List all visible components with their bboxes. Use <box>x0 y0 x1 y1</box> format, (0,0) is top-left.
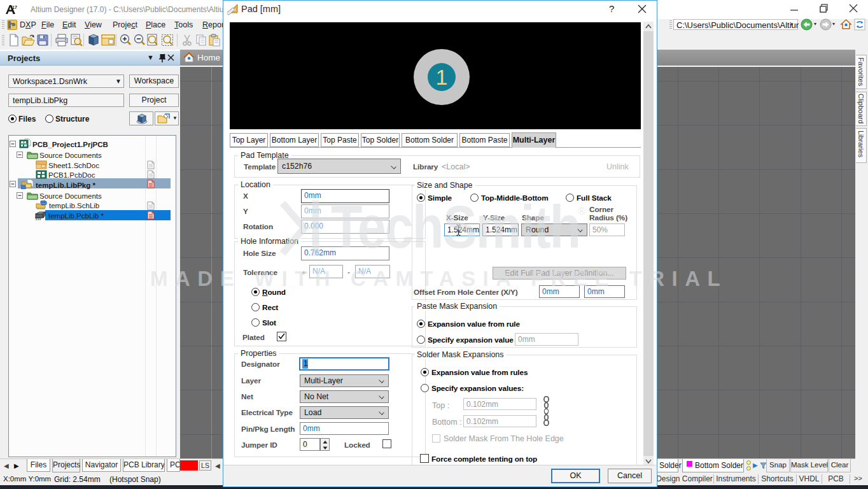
svg-text:17: 17 <box>12 5 17 10</box>
